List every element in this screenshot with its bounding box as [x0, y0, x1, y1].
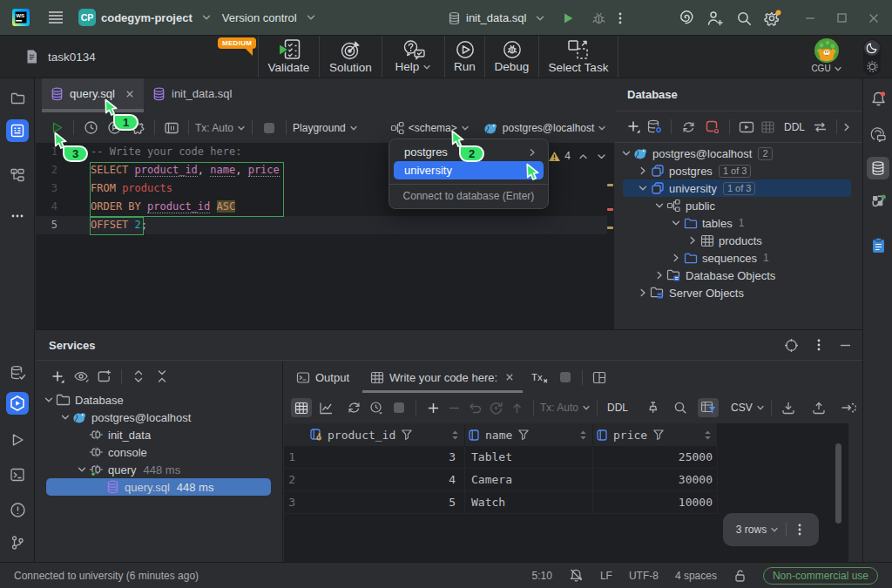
- chevron-right-icon[interactable]: [636, 287, 650, 298]
- split-view-button[interactable]: [589, 368, 610, 387]
- tree-item-query-sql[interactable]: query.sql448 ms: [36, 478, 282, 496]
- ddl-button[interactable]: DDL: [607, 402, 628, 414]
- datasource-properties-button[interactable]: [644, 118, 665, 137]
- tree-item-public[interactable]: public: [615, 197, 862, 214]
- terminal-tool-button[interactable]: [6, 463, 29, 486]
- chevron-down-icon[interactable]: [669, 218, 683, 228]
- open-console-button[interactable]: [94, 367, 115, 386]
- grid-cell[interactable]: 30000: [593, 469, 718, 491]
- inspections-widget[interactable]: 4: [548, 150, 607, 162]
- tree-item-query[interactable]: query448 ms: [36, 461, 282, 478]
- import-button[interactable]: [778, 398, 799, 417]
- stop-button[interactable]: [555, 368, 576, 387]
- help-button[interactable]: Help: [382, 36, 444, 78]
- chevron-down-icon[interactable]: [636, 183, 650, 193]
- open-table-button[interactable]: [757, 118, 778, 137]
- chevron-down-icon[interactable]: [42, 395, 56, 405]
- chevron-down-icon[interactable]: [75, 464, 89, 475]
- tab-init-data-sql[interactable]: init_data.sql: [144, 78, 240, 109]
- ai-assistant-button[interactable]: [678, 10, 694, 26]
- grid-cell[interactable]: Tablet: [465, 446, 593, 469]
- ddl-button[interactable]: DDL: [784, 121, 805, 133]
- settings-button[interactable]: [764, 10, 781, 26]
- sort-toggle-icon[interactable]: [450, 429, 460, 441]
- vcs-widget[interactable]: Version control: [217, 4, 321, 30]
- grid-cell[interactable]: 25000: [593, 446, 718, 469]
- chevron-right-icon[interactable]: [652, 270, 666, 280]
- tree-item-postgres-localhost[interactable]: postgres@localhost2: [615, 145, 862, 162]
- options-kebab-icon[interactable]: [813, 338, 825, 352]
- add-service-button[interactable]: [47, 367, 68, 386]
- database-tool-button[interactable]: [867, 157, 889, 179]
- ai-assistant-tool-button[interactable]: [867, 122, 889, 145]
- close-tab-icon[interactable]: [504, 372, 515, 382]
- new-datasource-button[interactable]: [623, 118, 644, 137]
- solution-button[interactable]: Solution: [319, 36, 382, 78]
- grid-view-button[interactable]: [291, 398, 312, 417]
- main-menu-button[interactable]: [43, 4, 69, 30]
- prev-warning-icon[interactable]: [578, 151, 589, 162]
- inline-results-button[interactable]: [161, 118, 182, 138]
- tree-item-products[interactable]: products: [615, 232, 862, 249]
- disconnect-button[interactable]: [702, 118, 723, 137]
- task-run-button[interactable]: Run: [444, 36, 484, 78]
- chevron-right-icon[interactable]: [636, 166, 650, 176]
- tree-item-console[interactable]: console: [36, 443, 282, 461]
- tree-item-university[interactable]: university1 of 3: [615, 179, 862, 197]
- tab-output[interactable]: Output: [288, 362, 357, 393]
- tree-item-sequences[interactable]: sequences1: [615, 249, 862, 267]
- tx-toggle-icon[interactable]: Tx: [531, 371, 550, 383]
- hide-panel-icon[interactable]: [839, 339, 852, 352]
- delete-row-button[interactable]: [443, 398, 464, 417]
- rollback-button[interactable]: [485, 398, 506, 417]
- export-button[interactable]: [808, 398, 829, 417]
- tree-item-init-data[interactable]: init_data: [36, 426, 282, 443]
- chart-view-button[interactable]: [315, 398, 336, 417]
- auto-refresh-button[interactable]: [366, 398, 387, 417]
- tree-item-tables[interactable]: tables1: [615, 214, 862, 232]
- license-badge[interactable]: Non-commercial use: [763, 567, 878, 585]
- column-header-product_id[interactable]: product_id: [307, 423, 465, 446]
- chevron-down-icon[interactable]: [619, 148, 633, 159]
- export-to-db-button[interactable]: [839, 398, 860, 417]
- dark-theme-button[interactable]: [864, 40, 880, 56]
- grid-cell[interactable]: 5: [307, 491, 465, 514]
- light-theme-button[interactable]: [866, 60, 879, 73]
- chevron-down-icon[interactable]: [652, 200, 666, 211]
- window-minimize-button[interactable]: [804, 12, 816, 24]
- expand-all-button[interactable]: [128, 367, 149, 386]
- project-tool-button[interactable]: [6, 87, 29, 110]
- refresh-button[interactable]: [678, 118, 699, 137]
- tx-mode-selector[interactable]: Tx: Auto: [540, 402, 591, 414]
- filter-button[interactable]: [698, 398, 719, 417]
- task-debug-button[interactable]: Debug: [484, 36, 538, 78]
- project-widget[interactable]: CP codegym-project: [73, 4, 217, 30]
- connection-selector[interactable]: postgres@localhost: [483, 121, 607, 135]
- column-header-price[interactable]: price: [593, 423, 718, 446]
- tx-mode-selector[interactable]: Tx: Auto: [195, 122, 246, 134]
- locate-icon[interactable]: [784, 338, 799, 353]
- tree-item-database-objects[interactable]: Database Objects: [615, 267, 862, 284]
- task-clipboard-tool-button[interactable]: [867, 233, 889, 256]
- notifications-button[interactable]: [867, 87, 889, 110]
- version-control-tool-button[interactable]: [6, 531, 29, 554]
- filter-funnel-icon[interactable]: [517, 429, 530, 441]
- result-grid[interactable]: product_idnameprice 13Tablet2500024Camer…: [284, 423, 848, 562]
- sort-toggle-icon[interactable]: [578, 429, 588, 441]
- find-button[interactable]: [670, 398, 691, 417]
- lock-open-icon[interactable]: [733, 569, 747, 583]
- tree-item-database[interactable]: Database: [36, 391, 282, 409]
- export-format-selector[interactable]: CSV: [731, 402, 765, 414]
- validate-button[interactable]: Validate: [258, 36, 319, 78]
- tab-query-sql[interactable]: query.sql: [42, 78, 144, 109]
- search-everywhere-button[interactable]: [736, 10, 752, 26]
- debug-button[interactable]: [586, 5, 612, 31]
- grid-cell[interactable]: 10000: [593, 491, 718, 514]
- chevron-right-icon[interactable]: [686, 235, 699, 246]
- data-sources-tool-button[interactable]: [6, 362, 29, 384]
- more-tool-windows-button[interactable]: [6, 205, 29, 227]
- grid-cell[interactable]: 3: [307, 446, 465, 469]
- filter-funnel-icon[interactable]: [652, 429, 665, 441]
- code-with-me-button[interactable]: [706, 10, 724, 26]
- problems-tool-button[interactable]: [6, 498, 29, 521]
